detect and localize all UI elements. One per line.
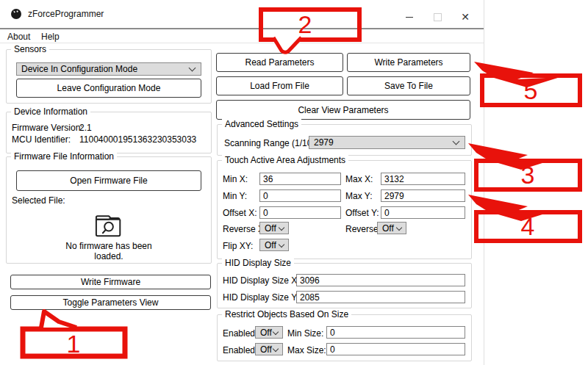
scanning-range-value: 2979 <box>314 137 334 148</box>
chevron-down-icon <box>279 224 284 230</box>
screenshot-canvas: zForceProgrammer ✕ About Help Sensors De… <box>0 0 588 365</box>
offset-x-label: Offset X: <box>223 208 257 218</box>
callout-4-number: 4 <box>521 212 535 240</box>
chevron-down-icon <box>396 224 402 230</box>
menu-bar: About Help <box>0 29 484 43</box>
max-size-field[interactable] <box>326 343 465 355</box>
clear-view-parameters-button[interactable]: Clear View Parameters <box>216 100 470 120</box>
restrict-group-title: Restrict Objects Based On Size <box>222 309 351 319</box>
firmware-file-group-title: Firmware File Information <box>11 151 117 162</box>
enabled-min-value: Off <box>260 328 272 338</box>
callout-3-number: 3 <box>521 161 535 189</box>
app-logo-icon <box>10 8 22 20</box>
hid-y-field[interactable] <box>296 291 465 303</box>
firmware-version-value: 2.1 <box>79 123 92 133</box>
enabled-min-select[interactable]: Off <box>255 326 283 339</box>
no-firmware-line1: No firmware has been <box>43 241 175 251</box>
app-window: zForceProgrammer ✕ About Help Sensors De… <box>0 0 484 365</box>
callout-5-box <box>482 76 580 105</box>
enabled-max-value: Off <box>260 344 272 355</box>
maximize-button[interactable] <box>426 9 448 25</box>
max-x-field[interactable] <box>381 173 465 185</box>
reverse-x-value: Off <box>265 223 276 234</box>
flip-xy-label: Flip XY: <box>223 241 253 251</box>
enabled-max-label: Enabled: <box>223 345 257 355</box>
no-firmware-text: No firmware has been loaded. <box>43 241 175 261</box>
device-info-group-title: Device Information <box>11 106 90 117</box>
device-select-value: Device In Configuration Mode <box>21 64 137 74</box>
device-select[interactable]: Device In Configuration Mode <box>16 62 201 76</box>
minimize-icon <box>406 17 413 18</box>
menu-help[interactable]: Help <box>38 31 62 43</box>
load-from-file-button[interactable]: Load From File <box>216 76 343 95</box>
chevron-down-icon <box>279 241 284 247</box>
min-size-field[interactable] <box>326 326 465 339</box>
hid-y-label: HID Display Size Y: <box>223 292 299 303</box>
flip-xy-value: Off <box>265 240 276 250</box>
hid-group-title: HID Display Size <box>222 258 294 268</box>
hid-x-field[interactable] <box>296 274 465 286</box>
offset-y-field[interactable] <box>381 206 465 219</box>
max-x-label: Max X: <box>345 174 373 184</box>
menu-about[interactable]: About <box>4 31 33 43</box>
callout-3-box <box>476 161 580 189</box>
selected-file-label: Selected File: <box>12 195 65 206</box>
reverse-x-select[interactable]: Off <box>259 222 289 234</box>
flip-xy-select[interactable]: Off <box>259 239 289 251</box>
write-parameters-button[interactable]: Write Parameters <box>347 53 470 72</box>
window-title: zForceProgrammer <box>28 9 104 19</box>
sensors-group-title: Sensors <box>11 44 49 54</box>
chevron-down-icon <box>273 345 279 351</box>
min-x-label: Min X: <box>223 174 248 184</box>
mcu-identifier-label: MCU Identifier: <box>12 134 71 145</box>
close-button[interactable]: ✕ <box>454 9 476 25</box>
min-y-label: Min Y: <box>223 191 247 201</box>
offset-y-label: Offset Y: <box>345 208 379 218</box>
offset-x-field[interactable] <box>259 206 341 219</box>
enabled-max-select[interactable]: Off <box>255 343 283 355</box>
minimize-button[interactable] <box>398 9 420 25</box>
save-to-file-button[interactable]: Save To File <box>347 76 470 95</box>
write-firmware-button[interactable]: Write Firmware <box>10 275 211 289</box>
read-parameters-button[interactable]: Read Parameters <box>216 53 343 72</box>
chevron-down-icon <box>453 138 460 145</box>
callout-5-number: 5 <box>524 76 538 104</box>
chevron-down-icon <box>189 65 196 72</box>
max-size-label: Max Size: <box>287 345 326 355</box>
leave-configuration-button[interactable]: Leave Configuration Mode <box>16 79 201 98</box>
folder-search-icon <box>94 212 123 238</box>
scanning-range-select[interactable]: 2979 <box>309 136 465 149</box>
reverse-y-value: Off <box>382 223 394 234</box>
callout-4-box <box>476 212 580 241</box>
min-size-label: Min Size: <box>287 328 323 339</box>
reverse-y-select[interactable]: Off <box>377 222 406 234</box>
firmware-version-label: Firmware Version: <box>12 123 83 133</box>
no-firmware-line2: loaded. <box>43 251 175 261</box>
min-y-field[interactable] <box>259 189 341 202</box>
maximize-icon <box>434 13 442 21</box>
max-y-label: Max Y: <box>345 191 372 201</box>
close-icon: ✕ <box>461 12 470 22</box>
mcu-identifier-value: 110040001951363230353033 <box>79 134 196 145</box>
touch-area-title: Touch Active Area Adjustments <box>222 155 348 165</box>
advanced-settings-title: Advanced Settings <box>222 119 301 129</box>
enabled-min-label: Enabled: <box>223 328 257 339</box>
title-bar: zForceProgrammer ✕ <box>0 0 484 28</box>
callout-5-tail <box>474 62 560 87</box>
toggle-parameters-button[interactable]: Toggle Parameters View <box>10 295 211 310</box>
hid-x-label: HID Display Size X: <box>223 275 300 286</box>
open-firmware-button[interactable]: Open Firmware File <box>16 170 201 191</box>
chevron-down-icon <box>273 328 279 334</box>
min-x-field[interactable] <box>259 173 341 185</box>
max-y-field[interactable] <box>381 189 465 202</box>
